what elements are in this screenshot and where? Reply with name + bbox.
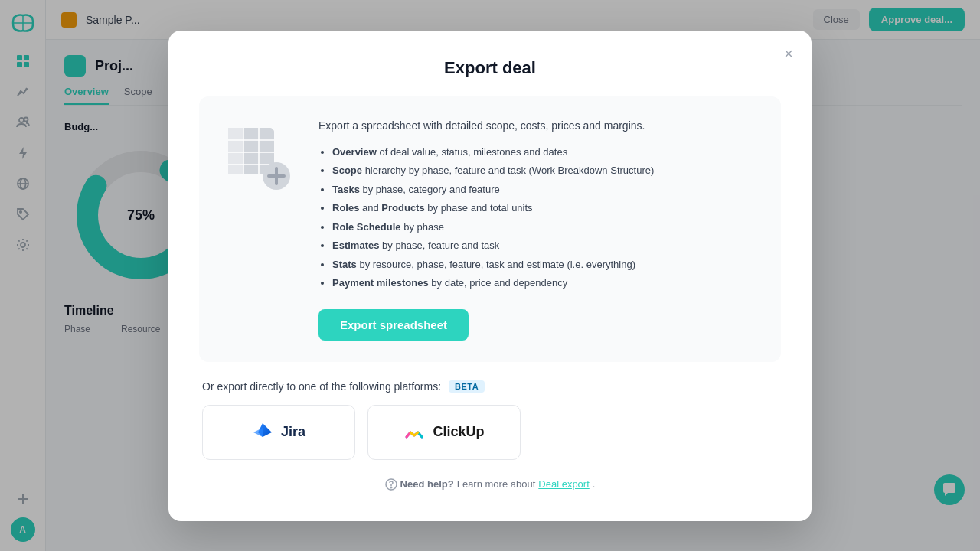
- platforms-section: Or export directly to one of the followi…: [199, 380, 781, 460]
- beta-badge: BETA: [449, 380, 485, 393]
- list-item-roles: Roles and Products by phase and total un…: [332, 201, 760, 216]
- export-spreadsheet-button[interactable]: Export spreadsheet: [318, 309, 469, 341]
- platform-cards: Jira ClickUp: [202, 405, 778, 460]
- clickup-label: ClickUp: [433, 424, 484, 440]
- help-icon: [385, 478, 397, 491]
- modal-close-button[interactable]: ×: [784, 46, 793, 61]
- export-content: Export a spreadsheet with detailed scope…: [318, 118, 760, 341]
- list-item-tasks: Tasks by phase, category and feature: [332, 182, 760, 197]
- export-box: Export a spreadsheet with detailed scope…: [199, 96, 781, 362]
- platforms-label: Or export directly to one of the followi…: [202, 380, 441, 393]
- help-text-suffix: .: [593, 478, 596, 490]
- svg-point-30: [390, 487, 392, 488]
- export-list: Overview of deal value, status, mileston…: [318, 145, 760, 291]
- list-item-role-schedule: Role Schedule by phase: [332, 220, 760, 235]
- svg-rect-20: [228, 128, 243, 174]
- help-text-middle: Learn more about: [457, 478, 536, 490]
- modal-overlay[interactable]: Export deal ×: [0, 0, 980, 551]
- help-link[interactable]: Deal export: [538, 478, 589, 490]
- list-item-estimates: Estimates by phase, feature and task: [332, 238, 760, 253]
- jira-icon: [252, 422, 273, 443]
- jira-label: Jira: [281, 424, 305, 440]
- help-text-prefix: Need help?: [400, 478, 454, 490]
- modal-title: Export deal: [199, 58, 781, 78]
- list-item-stats: Stats by resource, phase, feature, task …: [332, 257, 760, 272]
- list-item-payment: Payment milestones by date, price and de…: [332, 276, 760, 291]
- list-item-scope: Scope hierarchy by phase, feature and ta…: [332, 163, 760, 178]
- platforms-header: Or export directly to one of the followi…: [202, 380, 778, 393]
- help-bar: Need help? Learn more about Deal export …: [199, 478, 781, 491]
- list-item-overview: Overview of deal value, status, mileston…: [332, 145, 760, 160]
- spreadsheet-icon: [224, 124, 293, 193]
- clickup-card[interactable]: ClickUp: [368, 405, 521, 460]
- export-description: Export a spreadsheet with detailed scope…: [318, 118, 760, 134]
- export-modal: Export deal ×: [168, 31, 812, 521]
- spreadsheet-icon-area: [220, 118, 297, 341]
- jira-card[interactable]: Jira: [202, 405, 355, 460]
- clickup-icon: [403, 422, 425, 443]
